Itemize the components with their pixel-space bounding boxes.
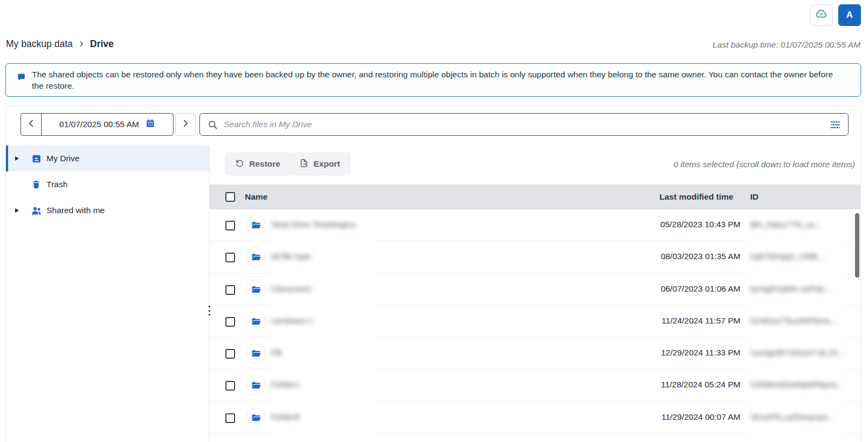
sidebar-item-label: Shared with me (46, 206, 105, 215)
folder-icon (246, 312, 266, 332)
page: A My backup data Drive Last backup time:… (0, 0, 868, 442)
last-modified-value: 05/28/2023 10:43 PM (660, 220, 740, 229)
file-id-redacted: tjKt_Nqxy77N_us... (750, 220, 822, 229)
last-modified-value: 12/29/2024 11:33 PM (661, 348, 740, 358)
panel-resize-handle[interactable] (206, 304, 212, 318)
main-card: 01/07/2025 00:55 AM (5, 105, 861, 442)
file-id-redacted: 31A61a7Tsu3APNme... (750, 316, 837, 326)
breadcrumb-root[interactable]: My backup data (6, 38, 73, 50)
export-icon (299, 159, 309, 170)
cloud-sync-button[interactable] (810, 4, 833, 26)
folder-icon (246, 280, 266, 300)
column-header-name[interactable]: Name (245, 192, 268, 202)
row-checkbox[interactable] (225, 381, 235, 391)
file-panel: Restore Export 0 items selected (scroll … (210, 146, 860, 442)
export-button[interactable]: Export (289, 153, 350, 175)
last-modified-value: 11/29/2024 00:07 AM (662, 412, 740, 422)
breadcrumb: My backup data Drive (6, 38, 113, 50)
sidebar-item-label: My Drive (46, 154, 79, 163)
last-modified-value: 11/28/2024 05:24 PM (661, 380, 740, 390)
filter-icon[interactable] (830, 119, 841, 133)
last-modified-value: 11/24/2024 11:57 PM (662, 316, 740, 326)
chevron-left-icon (27, 119, 36, 130)
sidebar: My Drive Trash (6, 146, 210, 442)
id-redaction-band (747, 210, 845, 442)
trash-icon (30, 180, 42, 189)
sidebar-item-label: Trash (46, 180, 68, 189)
backup-date-field[interactable]: 01/07/2025 00:55 AM (42, 114, 173, 135)
folder-icon (246, 215, 266, 235)
search-icon (208, 120, 218, 132)
row-checkbox[interactable] (225, 285, 235, 295)
file-name-redacted[interactable]: Folder2 (271, 380, 300, 390)
table-rows: Seat Drive Testategery 05/28/2023 10:43 … (210, 209, 860, 442)
row-checkbox[interactable] (225, 221, 235, 230)
prev-backup-button[interactable] (21, 114, 42, 135)
export-label: Export (313, 159, 340, 169)
people-icon (30, 205, 42, 216)
row-checkbox[interactable] (225, 317, 235, 327)
file-name-redacted[interactable]: Folder8 (271, 412, 300, 422)
restore-icon (235, 159, 244, 170)
backup-date-value: 01/07/2025 00:55 AM (59, 120, 139, 129)
file-id-redacted: tuj67Wmjq2_UWb... (750, 252, 825, 261)
date-navigator: 01/07/2025 00:55 AM (21, 113, 173, 136)
expand-caret-icon[interactable] (15, 208, 23, 213)
cloud-sync-icon (815, 8, 828, 23)
chevron-right-icon (78, 38, 85, 50)
file-id-redacted: 1smtgcBY332zeY-bL23... (750, 348, 843, 358)
avatar[interactable]: A (838, 4, 861, 26)
column-header-id[interactable]: ID (750, 192, 759, 202)
row-checkbox[interactable] (225, 413, 235, 423)
row-checkbox[interactable] (225, 349, 235, 359)
selection-status: 0 items selected (scroll down to load mo… (673, 160, 855, 169)
file-name-redacted[interactable]: FB (271, 348, 282, 358)
sidebar-item-my-drive[interactable]: My Drive (6, 146, 209, 171)
file-id-redacted: 1O5Wn5GsMqWPbpze... (750, 380, 843, 390)
drive-icon (30, 154, 42, 164)
next-backup-button[interactable] (175, 113, 196, 136)
restore-button[interactable]: Restore (225, 153, 291, 175)
select-all-checkbox[interactable] (225, 192, 235, 202)
chevron-right-icon (181, 119, 190, 130)
last-modified-value: 08/03/2023 01:35 AM (661, 252, 740, 261)
search-input[interactable] (224, 114, 818, 135)
file-id-redacted: 1EszFPLuzEkeqcqm... (750, 412, 835, 422)
row-checkbox[interactable] (225, 253, 235, 262)
content-split: My Drive Trash (6, 146, 860, 442)
sidebar-item-trash[interactable]: Trash (6, 171, 209, 197)
vertical-scrollbar[interactable] (855, 213, 859, 278)
folder-icon (246, 344, 266, 364)
file-name-redacted[interactable]: Seat Drive Testategery (271, 220, 356, 229)
expand-caret-icon[interactable] (15, 156, 23, 161)
notice-text: The shared objects can be restored only … (32, 69, 837, 91)
folder-icon (246, 375, 266, 395)
file-id-redacted: tymtg51qWh-uzP0p... (750, 284, 831, 294)
search-box (199, 113, 849, 136)
calendar-icon[interactable] (145, 118, 155, 130)
name-redaction-band (269, 210, 376, 442)
folder-icon (246, 247, 266, 267)
sidebar-item-shared-with-me[interactable]: Shared with me (6, 197, 209, 223)
breadcrumb-current: Drive (90, 38, 114, 50)
folder-icon (246, 408, 266, 428)
notice-banner: The shared objects can be restored only … (5, 63, 861, 97)
file-name-redacted[interactable]: all file type (271, 252, 311, 261)
file-name-redacted[interactable]: Classroom (271, 284, 311, 294)
file-name-redacted[interactable]: combare++ (271, 316, 313, 326)
restore-label: Restore (249, 159, 281, 169)
last-modified-value: 06/07/2023 01:06 AM (661, 284, 740, 294)
last-backup-time: Last backup time: 01/07/2025 00:55 AM (713, 40, 860, 50)
table-header: Name Last modified time ID (210, 184, 860, 209)
chat-bubble-icon (17, 73, 25, 83)
column-header-modified[interactable]: Last modified time (659, 192, 733, 202)
